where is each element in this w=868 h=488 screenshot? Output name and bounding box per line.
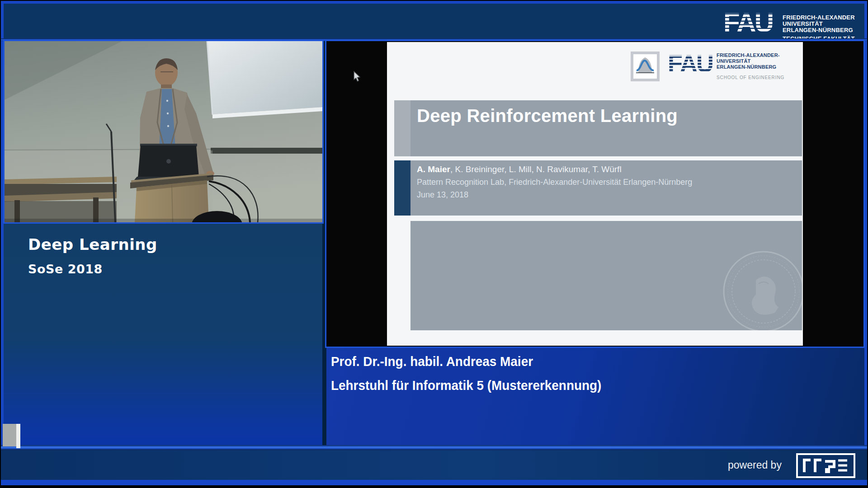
pattern-recognition-lab-icon (631, 52, 660, 81)
school-label: SCHOOL OF ENGINEERING (717, 75, 784, 80)
lecture-video-frame: FAU FRIEDRICH-ALEXANDER UNIVERSITÄT ERLA… (0, 0, 868, 488)
slide-affiliation: Pattern Recognition Lab, Friedrich-Alexa… (417, 177, 802, 187)
powered-by-label: powered by (728, 459, 782, 471)
slide-authors: A. Maier, K. Breininger, L. Mill, N. Rav… (417, 164, 802, 174)
svg-text:FAU: FAU (668, 50, 712, 75)
projection-screen (207, 41, 322, 118)
slide-title: Deep Reinforcement Learning (417, 106, 802, 126)
wall-rail (211, 148, 322, 154)
course-title: Deep Learning (28, 235, 157, 253)
university-seal-watermark (721, 249, 802, 330)
frame-border-right (864, 1, 867, 485)
fau-name-line: FRIEDRICH-ALEXANDER (783, 14, 855, 21)
header-bar: FAU FRIEDRICH-ALEXANDER UNIVERSITÄT ERLA… (4, 4, 864, 38)
fau-slide-name-line: FRIEDRICH-ALEXANDER- (717, 52, 780, 58)
slide-authors-rest: , K. Breininger, L. Mill, N. Ravikumar, … (450, 164, 622, 174)
lecture-hall-scene (5, 41, 322, 222)
slide-margin-block-gray (394, 100, 410, 156)
slide-date: June 13, 2018 (417, 190, 802, 200)
course-panel: Deep Learning SoSe 2018 (4, 224, 322, 445)
mouse-cursor-icon (354, 71, 362, 83)
fau-name-line: ERLANGEN-NÜRNBERG (783, 27, 855, 33)
slide-title-band: Deep Reinforcement Learning (410, 100, 802, 156)
fau-university-name: FRIEDRICH-ALEXANDER UNIVERSITÄT ERLANGEN… (783, 14, 855, 33)
rrze-logo (796, 453, 856, 479)
fau-wordmark: FAU (723, 7, 778, 36)
slide-margin-block-navy (394, 160, 410, 216)
laptop (134, 144, 203, 180)
scrollbar-artifact-white (16, 424, 20, 448)
svg-text:FAU: FAU (723, 7, 773, 36)
slide-authors-band: A. Maier, K. Breininger, L. Mill, N. Rav… (410, 160, 802, 216)
footer-separator (1, 445, 867, 450)
slide-content-band (410, 221, 802, 330)
slide-author-lead: A. Maier (417, 164, 450, 174)
fau-slide-name-line: ERLANGEN-NÜRNBERG (717, 64, 780, 70)
scrollbar-artifact-gray (3, 424, 16, 446)
presenter-video[interactable] (5, 41, 322, 222)
speaker-chair: Lehrstuhl für Informatik 5 (Mustererkenn… (331, 378, 601, 393)
speaker-panel: Prof. Dr.-Ing. habil. Andreas Maier Lehr… (326, 348, 864, 445)
course-term: SoSe 2018 (28, 262, 103, 276)
fau-slide-name-line: UNIVERSITÄT (717, 58, 780, 64)
fau-name-line: UNIVERSITÄT (783, 21, 855, 27)
fau-slide-wordmark: FAU (668, 50, 717, 75)
speaker-name: Prof. Dr.-Ing. habil. Andreas Maier (331, 354, 533, 369)
frame-border-bottom (1, 480, 867, 485)
slide: FAU FRIEDRICH-ALEXANDER- UNIVERSITÄT ERL… (387, 42, 803, 346)
fau-slide-name: FRIEDRICH-ALEXANDER- UNIVERSITÄT ERLANGE… (717, 52, 780, 70)
slide-video[interactable]: FAU FRIEDRICH-ALEXANDER- UNIVERSITÄT ERL… (326, 41, 863, 347)
column-divider (322, 41, 326, 445)
